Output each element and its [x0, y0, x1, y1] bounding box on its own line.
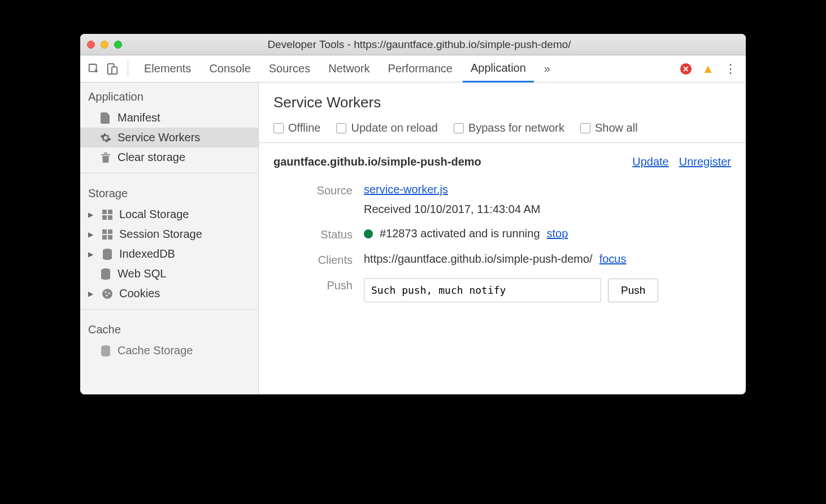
status-dot-icon: [364, 229, 373, 238]
sidebar-item-label: Web SQL: [118, 267, 166, 280]
focus-link[interactable]: focus: [599, 253, 627, 266]
svg-rect-9: [102, 235, 107, 240]
scope-name: gauntface.github.io/simple-push-demo: [273, 155, 481, 168]
source-label: Source: [273, 183, 364, 197]
svg-point-13: [102, 289, 112, 299]
svg-point-15: [108, 292, 110, 294]
svg-rect-7: [102, 229, 107, 234]
checkbox-label: Update on reload: [351, 121, 437, 134]
sidebar-item-indexeddb[interactable]: ▶ IndexedDB: [80, 244, 258, 264]
file-icon: [99, 112, 112, 124]
sidebar-item-label: Session Storage: [119, 228, 202, 241]
source-file-link[interactable]: service-worker.js: [364, 183, 448, 196]
checkbox-label: Bypass for network: [468, 121, 564, 134]
checkbox-show-all[interactable]: Show all: [580, 121, 638, 134]
grid-icon: [101, 210, 114, 220]
checkbox-icon: [580, 123, 590, 133]
push-row: Push Push: [259, 272, 746, 308]
separator: [80, 173, 258, 173]
database-icon: [99, 268, 112, 280]
tab-performance[interactable]: Performance: [380, 55, 461, 82]
checkbox-icon: [336, 123, 346, 133]
tab-sources[interactable]: Sources: [261, 55, 318, 82]
expand-icon[interactable]: ▶: [88, 250, 93, 258]
sidebar-item-cache-storage[interactable]: Cache Storage: [80, 341, 258, 360]
sidebar-item-local-storage[interactable]: ▶ Local Storage: [80, 205, 258, 224]
cookie-icon: [101, 288, 114, 299]
client-url: https://gauntface.github.io/simple-push-…: [364, 253, 593, 266]
trash-icon: [99, 152, 112, 163]
sidebar-item-service-workers[interactable]: Service Workers: [80, 128, 258, 147]
svg-rect-4: [108, 210, 112, 214]
tab-application[interactable]: Application: [463, 56, 534, 82]
expand-icon[interactable]: ▶: [88, 231, 93, 238]
sidebar-section-storage: Storage: [80, 179, 258, 205]
traffic-lights: [87, 41, 122, 49]
database-icon: [101, 249, 114, 260]
sidebar-section-application: Application: [80, 82, 258, 108]
status-row: Status #12873 activated and is running s…: [259, 221, 746, 247]
svg-rect-10: [108, 235, 112, 240]
close-window-button[interactable]: [87, 41, 95, 49]
source-received: Received 10/10/2017, 11:43:04 AM: [364, 203, 540, 216]
checkbox-label: Offline: [288, 121, 320, 134]
more-menu-icon[interactable]: ⋮: [724, 62, 737, 76]
separator: [80, 309, 258, 310]
checkbox-bypass-for-network[interactable]: Bypass for network: [454, 121, 564, 134]
separator: [128, 61, 128, 77]
checkbox-offline[interactable]: Offline: [273, 121, 320, 134]
tab-network[interactable]: Network: [320, 55, 377, 82]
error-badge-icon[interactable]: ✕: [680, 63, 692, 75]
gear-icon: [99, 132, 112, 144]
page-title: Service Workers: [273, 94, 731, 111]
sidebar-item-websql[interactable]: Web SQL: [80, 264, 258, 284]
sidebar-item-label: Cookies: [119, 287, 160, 300]
svg-point-16: [106, 294, 108, 296]
checkbox-icon: [273, 123, 284, 133]
sidebar-item-cookies[interactable]: ▶ Cookies: [80, 284, 258, 303]
stop-link[interactable]: stop: [547, 227, 568, 240]
maximize-window-button[interactable]: [114, 41, 122, 49]
tab-elements[interactable]: Elements: [136, 55, 199, 82]
sidebar-item-label: Local Storage: [119, 208, 189, 221]
checkbox-update-on-reload[interactable]: Update on reload: [336, 121, 437, 134]
source-row: Source service-worker.js Received 10/10/…: [259, 177, 746, 221]
expand-icon[interactable]: ▶: [88, 211, 93, 219]
status-label: Status: [273, 227, 364, 241]
tabs-overflow[interactable]: »: [536, 55, 558, 82]
sidebar-item-label: Clear storage: [118, 151, 185, 164]
tab-console[interactable]: Console: [201, 55, 258, 82]
sidebar-item-clear-storage[interactable]: Clear storage: [80, 147, 258, 167]
devtools-window: Developer Tools - https://gauntface.gith…: [80, 34, 746, 394]
titlebar: Developer Tools - https://gauntface.gith…: [80, 34, 746, 55]
svg-rect-3: [102, 210, 107, 214]
sidebar-item-manifest[interactable]: Manifest: [80, 108, 258, 128]
svg-rect-2: [112, 67, 117, 74]
svg-rect-5: [102, 215, 107, 220]
inspect-icon[interactable]: [86, 61, 102, 77]
options-row: Offline Update on reload Bypass for netw…: [273, 121, 731, 134]
unregister-link[interactable]: Unregister: [679, 155, 731, 168]
device-toggle-icon[interactable]: [104, 61, 120, 77]
update-link[interactable]: Update: [632, 155, 669, 168]
window-title: Developer Tools - https://gauntface.gith…: [133, 38, 739, 51]
push-input[interactable]: [364, 278, 601, 302]
checkbox-icon: [454, 123, 464, 133]
svg-rect-6: [108, 215, 112, 220]
sidebar-item-label: Service Workers: [118, 131, 200, 144]
main-panel: Service Workers Offline Update on reload…: [259, 82, 746, 394]
main-header: Service Workers Offline Update on reload…: [259, 82, 746, 143]
push-button[interactable]: Push: [608, 279, 658, 302]
clients-label: Clients: [273, 253, 364, 267]
grid-icon: [101, 229, 114, 240]
warning-badge-icon[interactable]: ▲: [702, 62, 714, 76]
sidebar: Application Manifest Service Workers Cle…: [80, 82, 259, 394]
status-text: #12873 activated and is running: [380, 227, 540, 240]
minimize-window-button[interactable]: [101, 41, 108, 49]
sidebar-section-cache: Cache: [80, 315, 258, 341]
sidebar-item-session-storage[interactable]: ▶ Session Storage: [80, 224, 258, 244]
expand-icon[interactable]: ▶: [88, 290, 93, 298]
database-icon: [99, 345, 112, 357]
clients-row: Clients https://gauntface.github.io/simp…: [259, 247, 746, 272]
tabbar: Elements Console Sources Network Perform…: [80, 55, 746, 82]
